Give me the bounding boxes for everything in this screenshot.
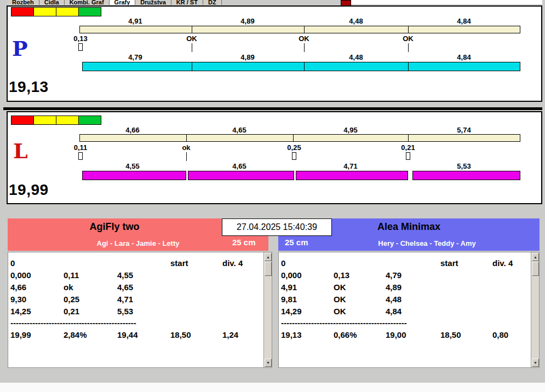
lane-l-run-value: 4,65: [215, 162, 264, 170]
vertical-scrollbar[interactable]: ▲ ▼: [531, 252, 539, 367]
tab-kr-st[interactable]: KR / ST: [171, 0, 203, 5]
tab-kombi-graf[interactable]: Kombi. Graf: [64, 0, 110, 5]
bar-divider: [408, 135, 409, 141]
tick-mark: [408, 43, 409, 52]
table-cell: start: [440, 258, 458, 268]
table-separator: ----------------------------------------…: [281, 318, 440, 327]
tab-cidla[interactable]: Cidla: [39, 0, 65, 5]
lane-p-split-value: 4,84: [439, 17, 489, 25]
lane-l-split-value: 4,95: [326, 126, 375, 134]
team-left-members: Agi - Lara - Jamie - Letty: [8, 239, 268, 247]
scroll-down-icon[interactable]: ▼: [265, 359, 272, 367]
bar-divider: [293, 135, 294, 141]
table-separator: ----------------------------------------…: [10, 318, 169, 327]
lane-l-marker: 0,25: [275, 143, 313, 152]
tab-grafy[interactable]: Grafy: [109, 0, 136, 5]
traffic-yellow-cell: [56, 116, 79, 125]
table-cell: 9,81: [281, 295, 297, 304]
traffic-yellow-cell: [33, 7, 56, 16]
bar-divider: [192, 62, 192, 71]
table-cell: 0,66%: [334, 330, 357, 339]
table-cell: OK: [334, 307, 346, 316]
table-cell: 18,50: [440, 330, 461, 339]
table-cell: ok: [64, 283, 73, 292]
tick-mark: [192, 43, 192, 52]
table-cell: 19,99: [10, 330, 31, 339]
lane-p-run-bar: [82, 62, 520, 71]
bar-divider: [304, 62, 305, 71]
scroll-down-icon[interactable]: ▼: [532, 359, 539, 367]
traffic-red-cell: [11, 7, 34, 16]
timestamp: 27.04.2025 15:40:39: [222, 218, 332, 236]
tab-druzstva[interactable]: Družstva: [135, 0, 171, 5]
team-right-category: 25 cm: [285, 238, 308, 247]
table-cell: 4,71: [117, 295, 133, 304]
table-cell: 4,65: [117, 283, 133, 292]
table-cell: 2,84%: [64, 330, 87, 339]
team-right-members: Hery - Chelsea - Teddy - Amy: [317, 239, 537, 247]
lane-l-run-value: 4,55: [108, 162, 157, 170]
lane-p-run-value: 4,84: [439, 53, 489, 61]
lane-p-scale-bar: [79, 26, 520, 33]
lane-l-split-value: 5,74: [439, 126, 489, 134]
table-cell: 4,66: [10, 283, 26, 292]
lane-p-run-value: 4,79: [111, 53, 160, 61]
lane-l-letter: L: [13, 141, 28, 162]
lane-p-run-value: 4,48: [331, 53, 381, 61]
tab-dz[interactable]: DZ: [203, 0, 222, 5]
lane-l-run-bar-segment: [412, 171, 520, 180]
table-cell: 0,80: [492, 330, 508, 339]
scrollbar-thumb[interactable]: [265, 262, 272, 276]
team-left-results-table: 0 start div. 4 0,000 0,11 4,55 4,66 ok 4…: [8, 252, 272, 368]
lane-p-run-value: 4,89: [223, 53, 272, 61]
scroll-up-icon[interactable]: ▲: [265, 253, 272, 261]
table-cell: 0,25: [64, 295, 79, 304]
table-cell: 4,84: [386, 307, 401, 316]
team-left-name: AgiFly two: [8, 221, 221, 233]
table-cell: OK: [334, 295, 346, 304]
traffic-green-cell: [78, 7, 101, 16]
lane-p-marker: OK: [389, 34, 427, 43]
table-cell: 0: [281, 258, 285, 268]
table-cell: 0,21: [64, 307, 79, 316]
table-cell: 5,53: [117, 307, 133, 316]
table-cell: 9,30: [10, 295, 26, 304]
app-window: Rozbeh Cidla Kombi. Graf Grafy Družstva …: [0, 0, 545, 392]
bar-divider: [186, 135, 187, 141]
traffic-light-l: [11, 116, 101, 125]
lane-l-scale-bar: [79, 134, 520, 142]
lane-l-fault-mark: [292, 152, 296, 160]
scrollbar-thumb[interactable]: [532, 262, 539, 276]
table-cell: start: [170, 258, 188, 268]
lane-p-marker: 0,13: [61, 34, 100, 43]
lane-l-split-value: 4,66: [108, 126, 157, 134]
team-left-category: 25 cm: [232, 238, 256, 247]
lane-l-fault-mark: [406, 152, 410, 160]
lane-p-panel: 4,91 4,89 4,48 4,84 0,13 OK OK OK 4,79 4…: [7, 5, 542, 102]
table-cell: div. 4: [492, 258, 513, 268]
lane-l-marker: 0,11: [61, 143, 100, 152]
lane-l-run-bar-segment: [82, 171, 186, 180]
bar-divider: [192, 26, 192, 33]
table-cell: 19,44: [117, 330, 138, 339]
lane-l-split-value: 4,65: [215, 126, 264, 134]
top-white-strip: [351, 0, 542, 4]
tab-rozbeh[interactable]: Rozbeh: [7, 0, 39, 5]
table-cell: 4,91: [281, 283, 297, 292]
lane-l-marker: 0,21: [389, 143, 427, 152]
table-cell: 14,25: [10, 307, 31, 316]
table-cell: 4,55: [117, 270, 133, 280]
table-cell: 18,50: [170, 330, 191, 339]
lane-l-run-bar-segment: [188, 171, 294, 180]
vertical-scrollbar[interactable]: ▲ ▼: [263, 252, 272, 367]
traffic-red-cell: [11, 116, 34, 125]
scroll-up-icon[interactable]: ▲: [532, 253, 539, 261]
tick-mark: [186, 152, 187, 161]
table-cell: 0,13: [334, 270, 349, 280]
traffic-light-p: [11, 7, 101, 16]
table-cell: div. 4: [222, 258, 243, 268]
bar-divider: [304, 26, 305, 33]
tick-mark: [304, 43, 305, 52]
team-right-results-table: 0 start div. 4 0,000 0,13 4,79 4,91 OK 4…: [278, 252, 540, 368]
panel-divider: [3, 107, 542, 110]
